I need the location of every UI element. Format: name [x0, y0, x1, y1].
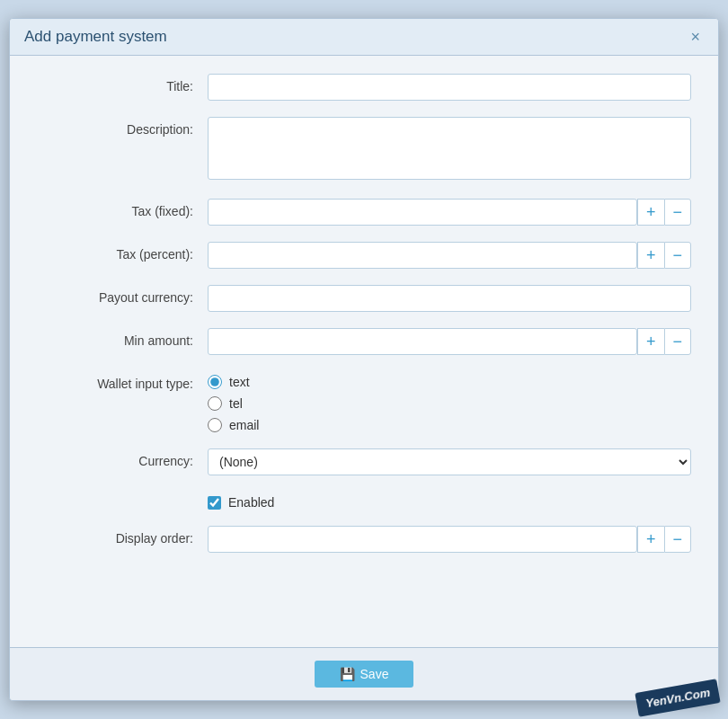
min-amount-input[interactable]: 1	[208, 328, 637, 355]
tax-percent-label: Tax (percent):	[37, 242, 208, 262]
wallet-radio-tel-input[interactable]	[208, 396, 222, 411]
save-button-label: Save	[360, 667, 389, 681]
description-input[interactable]	[208, 117, 691, 180]
title-label: Title:	[37, 74, 208, 93]
enabled-row: Enabled	[208, 492, 691, 510]
title-control	[208, 74, 691, 101]
wallet-radio-email[interactable]: email	[208, 418, 691, 432]
enabled-checkbox-label[interactable]: Enabled	[208, 492, 691, 510]
wallet-radio-tel[interactable]: tel	[208, 396, 691, 411]
tax-percent-input[interactable]: 0	[208, 242, 637, 269]
dialog-header: Add payment system ×	[10, 19, 718, 56]
currency-select[interactable]: (None)	[208, 448, 691, 475]
description-control	[208, 117, 691, 182]
wallet-input-type-row: Wallet input type: text tel email	[37, 371, 691, 432]
display-order-label: Display order:	[37, 526, 208, 546]
display-order-plus-button[interactable]: +	[637, 526, 664, 553]
save-button[interactable]: 💾 Save	[315, 661, 414, 688]
dialog-footer: 💾 Save	[10, 647, 718, 700]
wallet-input-type-control: text tel email	[208, 371, 691, 432]
tax-percent-minus-button[interactable]: −	[664, 242, 691, 269]
wallet-radio-group: text tel email	[208, 371, 691, 432]
currency-row: Currency: (None)	[37, 448, 691, 475]
tax-fixed-control: 0 + −	[208, 199, 691, 226]
display-order-input[interactable]: 10	[208, 526, 637, 553]
tax-fixed-stepper: 0 + −	[208, 199, 691, 226]
close-button[interactable]: ×	[687, 29, 704, 45]
tax-percent-plus-button[interactable]: +	[637, 242, 664, 269]
payout-currency-control: USD	[208, 285, 691, 312]
enabled-label: Enabled	[228, 495, 274, 510]
tax-percent-stepper: 0 + −	[208, 242, 691, 269]
currency-control: (None)	[208, 448, 691, 475]
display-order-control: 10 + −	[208, 526, 691, 553]
min-amount-control: 1 + −	[208, 328, 691, 355]
payout-currency-label: Payout currency:	[37, 285, 208, 305]
wallet-radio-tel-label: tel	[229, 396, 243, 411]
display-order-minus-button[interactable]: −	[664, 526, 691, 553]
tax-fixed-input[interactable]: 0	[208, 199, 637, 226]
tax-fixed-minus-button[interactable]: −	[664, 199, 691, 226]
display-order-row: Display order: 10 + −	[37, 526, 691, 553]
add-payment-dialog: Add payment system × Title: Description:…	[9, 18, 719, 701]
min-amount-plus-button[interactable]: +	[637, 328, 664, 355]
wallet-radio-email-label: email	[229, 418, 259, 432]
payout-currency-row: Payout currency: USD	[37, 285, 691, 312]
display-order-stepper: 10 + −	[208, 526, 691, 553]
tax-percent-row: Tax (percent): 0 + −	[37, 242, 691, 269]
dialog-title: Add payment system	[24, 28, 167, 46]
title-input[interactable]	[208, 74, 691, 101]
enabled-checkbox[interactable]	[208, 496, 221, 510]
description-label: Description:	[37, 117, 208, 137]
tax-fixed-label: Tax (fixed):	[37, 199, 208, 218]
wallet-radio-text-label: text	[229, 375, 250, 389]
min-amount-minus-button[interactable]: −	[664, 328, 691, 355]
tax-fixed-plus-button[interactable]: +	[637, 199, 664, 226]
payout-currency-input[interactable]: USD	[208, 285, 691, 312]
wallet-input-type-label: Wallet input type:	[37, 371, 208, 391]
dialog-body: Title: Description: Tax (fixed): 0 + −	[10, 56, 718, 647]
title-row: Title:	[37, 74, 691, 101]
save-icon: 💾	[340, 667, 355, 681]
min-amount-label: Min amount:	[37, 328, 208, 348]
wallet-radio-email-input[interactable]	[208, 418, 222, 432]
tax-fixed-row: Tax (fixed): 0 + −	[37, 199, 691, 226]
min-amount-stepper: 1 + −	[208, 328, 691, 355]
description-row: Description:	[37, 117, 691, 182]
wallet-radio-text[interactable]: text	[208, 375, 691, 389]
currency-label: Currency:	[37, 448, 208, 468]
min-amount-row: Min amount: 1 + −	[37, 328, 691, 355]
tax-percent-control: 0 + −	[208, 242, 691, 269]
wallet-radio-text-input[interactable]	[208, 375, 222, 389]
